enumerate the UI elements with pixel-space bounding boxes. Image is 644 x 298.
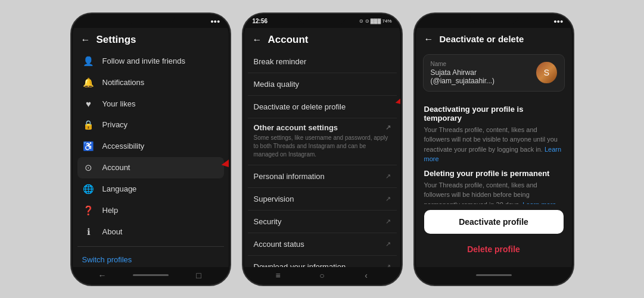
phone-1-screen: ●●● ← Settings 👤 Follow and invite frien… — [73, 15, 229, 284]
settings-item-notifications[interactable]: 🔔 Notifications — [77, 72, 224, 93]
deactivate-section-1-text: Your Threads profile, content, likes and… — [424, 125, 564, 164]
language-label: Language — [102, 184, 137, 193]
account-label: Account — [102, 163, 130, 172]
accessibility-icon: ♿ — [82, 141, 95, 152]
delete-profile-button[interactable]: Delete profile — [424, 239, 564, 260]
home-nav-2-icon[interactable]: ○ — [317, 270, 328, 281]
about-label: About — [102, 227, 123, 236]
account-item-deactivate[interactable]: Deactivate or delete profile — [248, 96, 397, 118]
download-label: Download your information — [254, 262, 346, 267]
deactivate-section-2: Deleting your profile is permanent Your … — [424, 169, 564, 204]
phone-2-notch — [298, 14, 346, 24]
security-label: Security — [254, 217, 282, 226]
phone-2-status-icons: ⊙ ⊙ ▓▓▓ 74% — [359, 18, 391, 24]
phone-3-content: ← Deactivate or delete Name Sujata Ahirw… — [416, 28, 572, 267]
account-item-supervision[interactable]: Supervision ↗ — [248, 188, 397, 211]
phone-3-status-icons: ●●● — [553, 18, 563, 24]
phone-1: ●●● ← Settings 👤 Follow and invite frien… — [70, 12, 231, 286]
settings-title: Settings — [97, 34, 136, 46]
account-back-button[interactable]: ← — [253, 34, 262, 45]
deactivate-profile-button[interactable]: Deactivate profile — [424, 210, 564, 234]
settings-item-follow[interactable]: 👤 Follow and invite friends — [77, 51, 224, 72]
personal-info-external-icon: ↗ — [385, 172, 391, 180]
account-header: ← Account — [244, 28, 400, 51]
settings-divider — [77, 246, 224, 247]
deactivate-section-1-title: Deactivating your profile is temporary — [424, 105, 564, 123]
user-card: Name Sujata Ahirwar (@iam_sujataahir...)… — [423, 54, 565, 92]
phone-3: ●●● ← Deactivate or delete Name Sujata A… — [413, 12, 574, 286]
phone-3-bottom-bar — [416, 267, 572, 284]
personal-info-label: Personal information — [254, 172, 325, 181]
notifications-icon: 🔔 — [82, 77, 95, 88]
recents-icon[interactable]: □ — [194, 270, 204, 281]
settings-item-likes[interactable]: ♥ Your likes — [77, 93, 224, 114]
deactivate-buttons: Deactivate profile Delete profile — [416, 204, 572, 267]
break-reminder-label: Break reminder — [254, 57, 307, 66]
account-item-security[interactable]: Security ↗ — [248, 211, 397, 233]
recents-nav-2-icon[interactable]: ‹ — [361, 270, 372, 281]
back-nav-2-icon[interactable]: ≡ — [273, 270, 284, 281]
help-label: Help — [102, 206, 119, 215]
deactivate-title: Deactivate or delete — [440, 34, 524, 44]
deactivate-section-2-title: Deleting your profile is permanent — [424, 169, 564, 178]
user-name-label: Name — [431, 61, 537, 67]
account-list: Break reminder Media quality Deactivate … — [244, 51, 400, 267]
phone-3-home-indicator — [476, 274, 512, 276]
account-item-download[interactable]: Download your information ↗ — [248, 256, 397, 267]
account-icon: ⊙ — [82, 162, 95, 173]
account-item-break-reminder[interactable]: Break reminder — [248, 51, 397, 73]
follow-label: Follow and invite friends — [102, 57, 185, 65]
status-external-icon: ↗ — [385, 240, 391, 248]
status-label: Account status — [254, 240, 304, 249]
phone-2: 12:56 ⊙ ⊙ ▓▓▓ 74% ← Account Break remind… — [242, 12, 403, 286]
supervision-external-icon: ↗ — [385, 195, 391, 203]
deactivate-header: ← Deactivate or delete — [416, 28, 572, 49]
home-indicator — [133, 274, 169, 276]
phone-2-screen: 12:56 ⊙ ⊙ ▓▓▓ 74% ← Account Break remind… — [244, 15, 400, 284]
user-info: Name Sujata Ahirwar (@iam_sujataahir...) — [431, 61, 537, 85]
security-external-icon: ↗ — [385, 218, 391, 225]
phone-2-bottom-bar: ≡ ○ ‹ — [244, 267, 400, 284]
settings-item-language[interactable]: 🌐 Language — [77, 178, 224, 200]
external-link-icon: ↗ — [385, 124, 391, 131]
account-item-status[interactable]: Account status ↗ — [248, 233, 397, 256]
settings-item-privacy[interactable]: 🔒 Privacy — [77, 114, 224, 136]
privacy-label: Privacy — [102, 120, 128, 129]
settings-back-button[interactable]: ← — [81, 34, 91, 45]
switch-profiles-button[interactable]: Switch profiles — [73, 250, 229, 267]
deactivate-content: Deactivating your profile is temporary Y… — [416, 96, 572, 204]
user-avatar: S — [536, 62, 556, 83]
account-item-personal-info[interactable]: Personal information ↗ — [248, 165, 397, 188]
phone-1-notch — [127, 14, 175, 24]
likes-label: Your likes — [102, 99, 136, 108]
phone-3-notch — [470, 14, 518, 24]
account-item-other-settings[interactable]: Other account settings ↗ Some settings, … — [248, 118, 397, 165]
follow-icon: 👤 — [82, 56, 95, 67]
phones-container: ●●● ← Settings 👤 Follow and invite frien… — [58, 1, 586, 298]
deactivate-label: Deactivate or delete profile — [254, 102, 346, 111]
phone-1-content: ← Settings 👤 Follow and invite friends 🔔… — [73, 28, 229, 267]
deactivate-section-2-text: Your Threads profile, content, likes and… — [424, 180, 564, 204]
supervision-label: Supervision — [254, 195, 294, 203]
phone-2-time: 12:56 — [253, 18, 268, 24]
deactivate-section-1: Deactivating your profile is temporary Y… — [424, 105, 564, 164]
account-title: Account — [268, 34, 309, 46]
help-icon: ❓ — [82, 205, 95, 216]
download-external-icon: ↗ — [385, 263, 391, 267]
language-icon: 🌐 — [82, 184, 95, 195]
phone-1-bottom-bar: ← □ — [73, 267, 229, 284]
settings-item-help[interactable]: ❓ Help — [77, 200, 224, 221]
phone-1-status-icons: ●●● — [210, 18, 220, 24]
accessibility-label: Accessibility — [102, 142, 145, 150]
account-item-media-quality[interactable]: Media quality — [248, 73, 397, 96]
settings-item-accessibility[interactable]: ♿ Accessibility — [77, 136, 224, 157]
settings-item-account[interactable]: ⊙ Account — [77, 157, 224, 178]
settings-item-about[interactable]: ℹ About — [77, 221, 224, 243]
back-nav-icon[interactable]: ← — [97, 270, 108, 281]
notifications-label: Notifications — [102, 78, 145, 87]
media-quality-label: Media quality — [254, 80, 300, 89]
phone-2-content: ← Account Break reminder Media quality D… — [244, 28, 400, 267]
phone-3-screen: ●●● ← Deactivate or delete Name Sujata A… — [416, 15, 572, 284]
deactivate-back-button[interactable]: ← — [424, 34, 434, 45]
about-icon: ℹ — [82, 227, 95, 237]
